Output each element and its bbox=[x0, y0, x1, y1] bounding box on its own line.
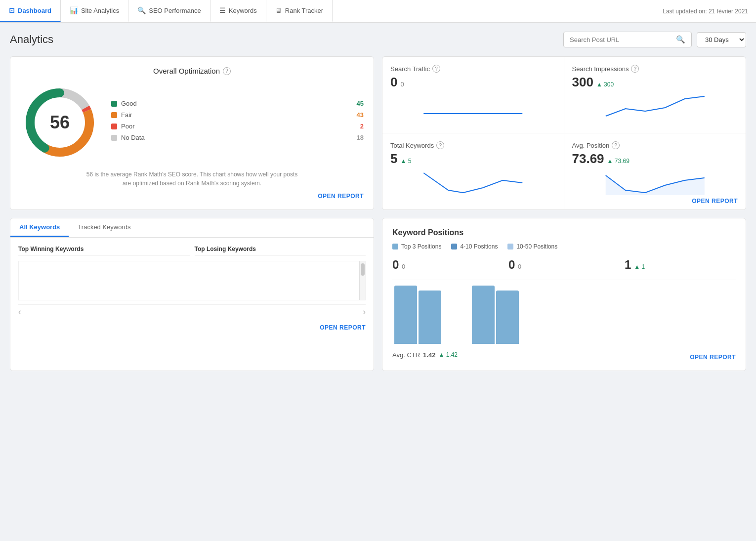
donut-score: 56 bbox=[50, 112, 70, 133]
bar-1b bbox=[419, 291, 441, 344]
legend-val-nodata: 18 bbox=[357, 134, 364, 141]
keywords-open-report[interactable]: OPEN REPORT bbox=[10, 324, 374, 337]
tab-all-keywords[interactable]: All Keywords bbox=[10, 218, 69, 237]
tab-seo-performance-label: SEO Performance bbox=[149, 7, 201, 14]
pos-metric-val-1: 0 0 bbox=[508, 258, 620, 272]
avg-ctr: Avg. CTR 1.42 ▲ 1.42 bbox=[392, 351, 458, 359]
tab-keywords-label: Keywords bbox=[229, 7, 257, 14]
avg-position-big: 73.69 bbox=[572, 151, 604, 166]
tab-site-analytics-label: Site Analytics bbox=[81, 7, 119, 14]
tab-site-analytics[interactable]: 📊 Site Analytics bbox=[61, 0, 128, 22]
search-traffic-title: Search Traffic ? bbox=[390, 65, 556, 73]
keywords-content: Top Winning Keywords Top Losing Keywords… bbox=[10, 238, 374, 319]
pos-metric-val-0: 0 0 bbox=[392, 258, 504, 272]
seo-performance-icon: 🔍 bbox=[137, 6, 146, 14]
avg-ctr-val: 1.42 bbox=[423, 351, 435, 359]
optimization-legend: Good 45 Fair 43 Poor 2 bbox=[111, 100, 364, 145]
pos-dot-4-10 bbox=[451, 244, 457, 250]
optimization-help-icon[interactable]: ? bbox=[223, 67, 231, 75]
total-keywords-title: Total Keywords ? bbox=[390, 141, 556, 149]
legend-dot-poor bbox=[111, 124, 117, 129]
scroll-right-icon[interactable]: › bbox=[363, 307, 366, 317]
losing-keywords-title: Top Losing Keywords bbox=[195, 243, 366, 256]
pos-legend-4-10: 4-10 Positions bbox=[451, 243, 498, 250]
winning-keywords-col: Top Winning Keywords bbox=[18, 243, 190, 256]
bar-2b bbox=[496, 291, 519, 344]
tab-seo-performance[interactable]: 🔍 SEO Performance bbox=[128, 0, 210, 22]
positions-open-report[interactable]: OPEN REPORT bbox=[690, 354, 736, 361]
page-title: Analytics bbox=[10, 33, 53, 46]
tab-rank-tracker[interactable]: 🖥 Rank Tracker bbox=[266, 0, 333, 22]
scrollbar bbox=[359, 261, 365, 300]
positions-footer: Avg. CTR 1.42 ▲ 1.42 OPEN REPORT bbox=[392, 349, 736, 361]
traffic-open-report[interactable]: OPEN REPORT bbox=[692, 198, 738, 205]
keywords-icon: ☰ bbox=[219, 6, 226, 14]
avg-position-title: Avg. Position ? bbox=[572, 141, 738, 149]
positions-card: Keyword Positions Top 3 Positions 4-10 P… bbox=[382, 218, 746, 371]
cards-grid: Overall Optimization ? bbox=[10, 56, 746, 371]
scroll-left-icon[interactable]: ‹ bbox=[18, 307, 21, 317]
positions-title: Keyword Positions bbox=[392, 228, 736, 237]
pos-metric-0: 0 0 bbox=[392, 258, 504, 274]
keywords-tabs: All Keywords Tracked Keywords bbox=[10, 218, 374, 238]
tab-dashboard[interactable]: ⊡ Dashboard bbox=[0, 0, 61, 22]
total-keywords-help[interactable]: ? bbox=[436, 141, 444, 149]
search-traffic-big: 0 bbox=[390, 75, 397, 90]
tab-dashboard-label: Dashboard bbox=[18, 7, 51, 14]
total-keywords-big: 5 bbox=[390, 151, 397, 166]
search-traffic-card: Search Traffic ? 0 0 Search Impressions bbox=[382, 56, 746, 210]
tab-keywords[interactable]: ☰ Keywords bbox=[210, 0, 266, 22]
total-keywords-block: Total Keywords ? 5 ▲ 5 bbox=[382, 133, 564, 209]
optimization-body: 56 Good 45 Fair 43 bbox=[20, 83, 364, 162]
legend-label-nodata: No Data bbox=[121, 134, 353, 141]
search-impressions-trend: ▲ 300 bbox=[596, 81, 614, 88]
total-keywords-chart bbox=[390, 170, 556, 195]
search-traffic-block: Search Traffic ? 0 0 bbox=[382, 57, 564, 133]
losing-keywords-col: Top Losing Keywords bbox=[195, 243, 366, 256]
search-impressions-value-row: 300 ▲ 300 bbox=[572, 75, 738, 90]
site-analytics-icon: 📊 bbox=[70, 6, 78, 14]
keywords-card: All Keywords Tracked Keywords Top Winnin… bbox=[10, 218, 374, 371]
bar-2a bbox=[472, 286, 495, 344]
pos-metric-2: 1 ▲ 1 bbox=[625, 258, 736, 274]
search-impressions-help[interactable]: ? bbox=[631, 65, 639, 73]
keywords-scroll-area[interactable] bbox=[18, 261, 366, 300]
avg-position-value-row: 73.69 ▲ 73.69 bbox=[572, 151, 738, 166]
optimization-card: Overall Optimization ? bbox=[10, 56, 374, 210]
optimization-open-report[interactable]: OPEN REPORT bbox=[20, 193, 364, 200]
search-icon: 🔍 bbox=[676, 35, 685, 44]
legend-item-nodata: No Data 18 bbox=[111, 134, 364, 141]
tab-tracked-keywords[interactable]: Tracked Keywords bbox=[69, 218, 139, 237]
pos-dot-10-50 bbox=[507, 244, 513, 250]
bar-chart bbox=[392, 280, 736, 344]
search-traffic-value-row: 0 0 bbox=[390, 75, 556, 90]
last-updated: Last updated on: 21 février 2021 bbox=[655, 0, 756, 22]
legend-label-fair: Fair bbox=[121, 111, 353, 119]
legend-dot-good bbox=[111, 101, 117, 107]
optimization-description: 56 is the average Rank Math's SEO score.… bbox=[20, 170, 364, 188]
legend-val-poor: 2 bbox=[360, 123, 364, 130]
legend-item-poor: Poor 2 bbox=[111, 123, 364, 130]
legend-label-good: Good bbox=[121, 100, 353, 107]
keywords-columns: Top Winning Keywords Top Losing Keywords bbox=[18, 238, 366, 261]
search-traffic-sub: 0 bbox=[400, 81, 404, 88]
days-select[interactable]: 30 Days 7 Days 90 Days 6 Months 1 Year bbox=[697, 32, 746, 47]
legend-label-poor: Poor bbox=[121, 123, 356, 130]
donut-chart: 56 bbox=[20, 83, 99, 162]
avg-position-chart bbox=[572, 170, 738, 195]
search-box[interactable]: 🔍 bbox=[563, 32, 692, 47]
search-input[interactable] bbox=[570, 36, 672, 43]
avg-ctr-trend: ▲ 1.42 bbox=[438, 351, 458, 358]
search-traffic-chart bbox=[390, 94, 556, 119]
page-header: Analytics 🔍 30 Days 7 Days 90 Days 6 Mon… bbox=[10, 32, 746, 47]
optimization-title: Overall Optimization ? bbox=[20, 67, 364, 75]
tab-rank-tracker-label: Rank Tracker bbox=[285, 7, 323, 14]
pos-metric-val-2: 1 ▲ 1 bbox=[625, 258, 736, 272]
search-traffic-help[interactable]: ? bbox=[432, 65, 440, 73]
avg-position-help[interactable]: ? bbox=[612, 141, 620, 149]
total-keywords-trend: ▲ 5 bbox=[400, 158, 411, 165]
positions-metrics: 0 0 0 0 1 ▲ 1 bbox=[392, 258, 736, 274]
positions-legend: Top 3 Positions 4-10 Positions 10-50 Pos… bbox=[392, 243, 736, 250]
avg-ctr-label: Avg. CTR bbox=[392, 351, 420, 359]
bar-group-2 bbox=[472, 286, 519, 344]
